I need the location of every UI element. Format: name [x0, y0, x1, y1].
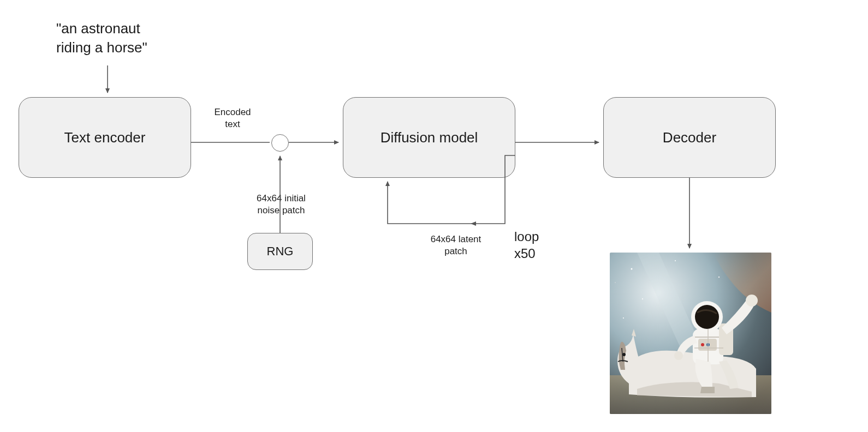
- diffusion-model-node: Diffusion model: [343, 97, 515, 178]
- prompt-text: "an astronaut riding a horse": [56, 19, 147, 57]
- svg-point-11: [674, 351, 683, 360]
- output-image: [610, 253, 771, 414]
- text-encoder-label: Text encoder: [64, 129, 146, 146]
- encoded-text-label: Encoded text: [203, 106, 263, 130]
- svg-point-14: [701, 343, 704, 346]
- text-encoder-node: Text encoder: [19, 97, 191, 178]
- junction-circle: [271, 134, 289, 152]
- svg-point-3: [623, 317, 624, 319]
- svg-point-2: [675, 260, 676, 261]
- svg-point-4: [718, 277, 720, 278]
- svg-point-6: [615, 282, 616, 283]
- diffusion-model-label: Diffusion model: [381, 129, 478, 146]
- astronaut-horse-image-icon: [610, 253, 771, 414]
- latent-patch-label: 64x64 latent patch: [418, 233, 494, 257]
- noise-patch-label: 64x64 initial noise patch: [237, 193, 325, 217]
- prompt-line2: riding a horse": [56, 39, 147, 56]
- loop-label: loop x50: [514, 228, 539, 262]
- svg-point-5: [642, 298, 643, 299]
- rng-label: RNG: [267, 244, 294, 259]
- svg-point-8: [622, 353, 626, 356]
- svg-point-17: [695, 305, 719, 329]
- loop-arrowhead-left: [471, 221, 476, 226]
- svg-point-12: [746, 295, 758, 307]
- prompt-line1: "an astronaut: [56, 20, 140, 37]
- rng-node: RNG: [247, 233, 313, 270]
- decoder-node: Decoder: [603, 97, 776, 178]
- decoder-label: Decoder: [663, 129, 716, 146]
- svg-point-1: [631, 268, 633, 270]
